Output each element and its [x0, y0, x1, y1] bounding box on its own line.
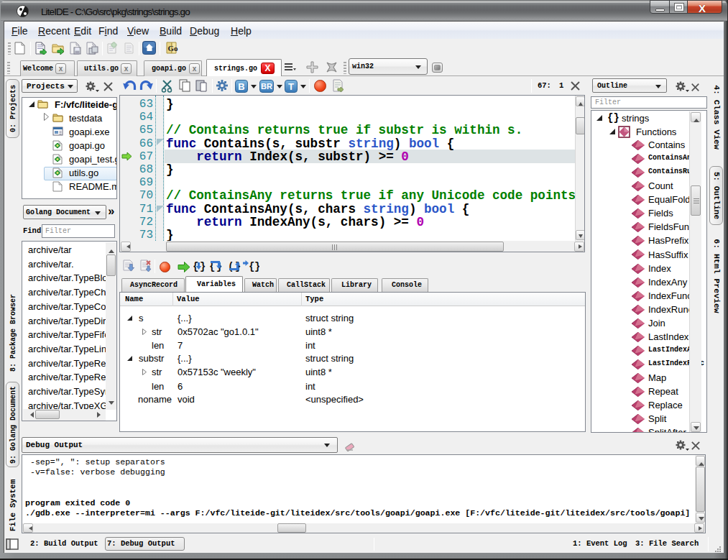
svg-text:Go: Go: [168, 44, 179, 52]
svg-text:}: }: [254, 261, 259, 272]
